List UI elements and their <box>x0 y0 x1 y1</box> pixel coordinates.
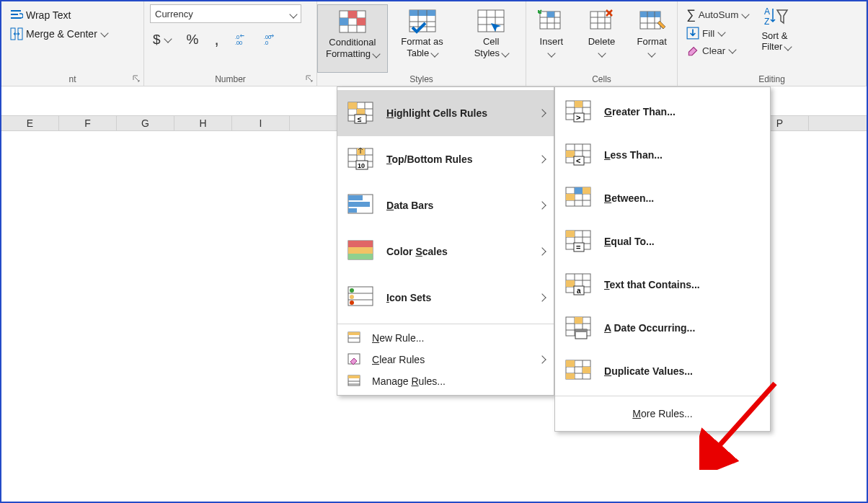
increase-decimal-button[interactable]: .0.00 <box>232 32 251 48</box>
col-header[interactable]: H <box>174 116 232 130</box>
styles-group-label: Styles <box>317 74 526 84</box>
between-icon <box>565 187 594 210</box>
svg-text:<: < <box>576 156 580 165</box>
chevron-down-icon <box>102 30 107 37</box>
percent-format-button[interactable]: % <box>184 30 202 49</box>
menu-equal-to[interactable]: = Equal To... <box>555 220 770 263</box>
svg-rect-18 <box>409 10 435 16</box>
col-header[interactable]: F <box>59 116 117 130</box>
number-group: Currency $ % , .0.00 .00.0 Number <box>144 1 317 86</box>
menu-label: ore Rules... <box>641 408 693 419</box>
chevron-right-icon <box>539 108 545 118</box>
svg-rect-108 <box>583 187 590 194</box>
text-contains-icon: a <box>565 273 594 296</box>
highlight-cells-icon: ≤ <box>347 102 376 125</box>
menu-label: Manage Rules... <box>372 375 446 387</box>
increase-decimal-icon: .0.00 <box>235 33 248 46</box>
menu-greater-than[interactable]: > Greater Than... <box>555 90 770 133</box>
menu-date-occurring[interactable]: A Date Occurring... <box>555 306 770 350</box>
wrap-text-label: Wrap Text <box>26 9 71 21</box>
number-format-select[interactable]: Currency <box>150 4 301 23</box>
svg-point-77 <box>350 301 354 305</box>
svg-rect-107 <box>575 187 583 194</box>
menu-label: A Date Occurring... <box>604 322 695 334</box>
insert-cells-button[interactable]: Insert <box>526 4 577 73</box>
svg-rect-14 <box>348 11 357 18</box>
decrease-decimal-icon: .00.0 <box>264 33 277 46</box>
sort-filter-button[interactable]: AZ Sort &Filter <box>758 4 794 58</box>
menu-label: ess Than... <box>611 149 663 161</box>
color-scales-icon <box>347 240 376 263</box>
conditional-formatting-button[interactable]: ConditionalFormatting <box>317 4 388 73</box>
eraser-icon <box>686 44 699 57</box>
menu-data-bars[interactable]: Data Bars <box>337 182 554 228</box>
new-rule-icon <box>347 331 362 344</box>
col-header[interactable]: E <box>1 116 59 130</box>
menu-highlight-cells-rules[interactable]: ≤ Highlight Cells Rules <box>337 90 554 136</box>
styles-group: ConditionalFormatting Format asTable <box>317 1 526 86</box>
menu-label: Color <box>386 246 415 257</box>
highlight-cells-submenu: > Greater Than... < Less Than... Between… <box>554 86 771 432</box>
svg-rect-2 <box>11 17 21 19</box>
svg-text:.0: .0 <box>264 40 268 46</box>
menu-less-than[interactable]: < Less Than... <box>555 133 770 177</box>
svg-text:>: > <box>576 113 580 122</box>
svg-rect-23 <box>478 10 504 32</box>
alignment-group-label: nt <box>1 74 143 84</box>
menu-label: lear Rules <box>379 354 425 365</box>
fill-button[interactable]: Fill <box>683 25 751 41</box>
menu-label: etween... <box>611 192 654 204</box>
decrease-decimal-button[interactable]: .00.0 <box>261 32 280 48</box>
chevron-down-icon <box>291 9 296 19</box>
svg-rect-133 <box>575 329 587 332</box>
menu-duplicate-values[interactable]: Duplicate Values... <box>555 350 770 393</box>
top-bottom-icon: 10 <box>347 148 376 171</box>
accounting-format-button[interactable]: $ <box>150 30 174 49</box>
menu-manage-rules[interactable]: Manage Rules... <box>337 370 554 392</box>
editing-group: ∑ AutoSum Fill Clear <box>678 1 867 86</box>
svg-rect-141 <box>583 367 590 373</box>
alignment-launcher[interactable] <box>132 74 141 83</box>
delete-cells-button[interactable]: Delete <box>577 4 627 73</box>
editing-group-label: Editing <box>678 74 866 84</box>
svg-rect-65 <box>348 195 363 200</box>
format-as-table-button[interactable]: Format asTable <box>388 4 457 73</box>
svg-text:≤: ≤ <box>358 115 362 123</box>
merge-center-icon <box>10 27 23 40</box>
svg-rect-33 <box>547 12 554 17</box>
svg-rect-67 <box>348 208 357 213</box>
icon-sets-icon <box>347 286 376 309</box>
svg-text:Z: Z <box>764 17 769 27</box>
menu-text-contains[interactable]: a Text that Contains... <box>555 263 770 306</box>
menu-new-rule[interactable]: New Rule... <box>337 327 554 349</box>
wrap-text-icon <box>10 9 23 22</box>
duplicate-values-icon <box>565 360 594 383</box>
menu-more-rules[interactable]: More Rules... <box>555 399 770 428</box>
number-launcher[interactable] <box>305 74 314 83</box>
alignment-group: Wrap Text Merge & Center nt <box>1 1 144 86</box>
menu-color-scales[interactable]: Color Scales <box>337 228 554 275</box>
merge-center-button[interactable]: Merge & Center <box>7 26 138 42</box>
data-bars-icon <box>347 194 376 217</box>
menu-between[interactable]: Between... <box>555 177 770 220</box>
menu-icon-sets[interactable]: Icon Sets <box>337 275 554 321</box>
menu-top-bottom-rules[interactable]: 10 Top/Bottom Rules <box>337 136 554 182</box>
delete-icon <box>588 9 616 35</box>
svg-rect-1 <box>11 14 18 15</box>
wrap-text-button[interactable]: Wrap Text <box>7 7 138 23</box>
number-format-value: Currency <box>155 9 193 19</box>
svg-text:A: A <box>764 6 770 17</box>
svg-rect-109 <box>566 194 575 200</box>
comma-format-button[interactable]: , <box>211 35 221 45</box>
menu-clear-rules[interactable]: Clear Rules <box>337 349 554 370</box>
clear-button[interactable]: Clear <box>683 43 751 58</box>
format-cells-button[interactable]: Format <box>626 4 677 73</box>
sort-filter-icon: AZ <box>764 6 789 27</box>
autosum-button[interactable]: ∑ AutoSum <box>683 6 751 24</box>
col-header[interactable]: I <box>232 116 290 130</box>
svg-point-76 <box>350 295 354 299</box>
menu-label: reater Than... <box>612 106 676 117</box>
col-header[interactable]: G <box>117 116 174 130</box>
cell-styles-button[interactable]: CellStyles <box>456 4 526 73</box>
menu-label: ata Bars <box>394 200 433 211</box>
